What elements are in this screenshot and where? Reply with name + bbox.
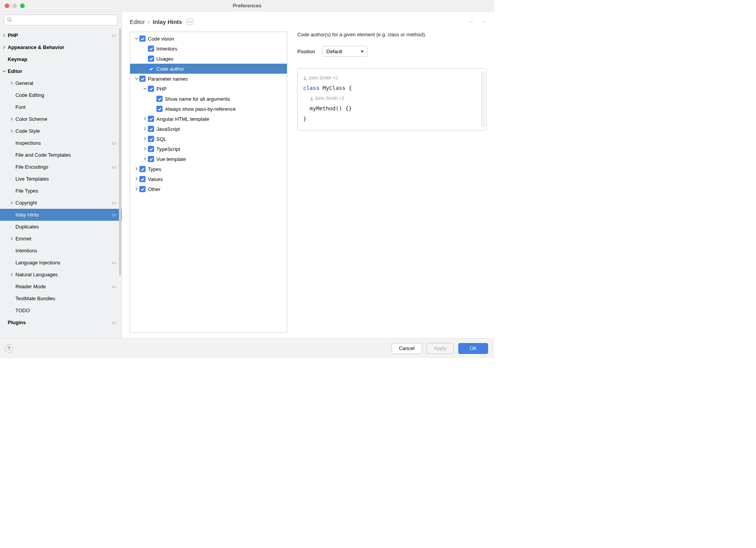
- checkbox[interactable]: [148, 66, 154, 72]
- tree-row[interactable]: Code vision: [130, 34, 287, 44]
- expand-toggle-icon[interactable]: [1, 33, 7, 38]
- tree-row[interactable]: SQL: [130, 134, 287, 144]
- tree-row[interactable]: Inheritors: [130, 44, 287, 54]
- tree-row[interactable]: TypeScript: [130, 144, 287, 154]
- sidebar-item[interactable]: Copyright▭: [0, 197, 122, 209]
- apply-button[interactable]: Apply: [427, 343, 454, 354]
- sidebar-item[interactable]: Reader Mode▭: [0, 281, 122, 293]
- expand-toggle-icon[interactable]: [142, 137, 148, 141]
- sidebar-item[interactable]: Emmet: [0, 233, 122, 245]
- sidebar-item[interactable]: Natural Languages: [0, 269, 122, 281]
- tree-row[interactable]: Code author: [130, 64, 287, 74]
- settings-scope-icon: ▭: [112, 212, 116, 218]
- close-window-icon[interactable]: [5, 3, 9, 8]
- minimize-window-icon[interactable]: [12, 3, 17, 8]
- sidebar-item[interactable]: TextMate Bundles: [0, 293, 122, 304]
- sidebar-item[interactable]: Color Scheme: [0, 113, 122, 125]
- checkbox[interactable]: [139, 76, 146, 82]
- back-button[interactable]: ←: [468, 18, 475, 26]
- tree-row-label: Types: [148, 166, 284, 172]
- expand-toggle-icon[interactable]: [142, 157, 148, 161]
- expand-toggle-icon[interactable]: [133, 167, 139, 171]
- tree-row[interactable]: Show name for all arguments: [130, 94, 287, 104]
- checkbox[interactable]: [148, 46, 154, 52]
- checkbox[interactable]: [148, 126, 154, 132]
- sidebar-item[interactable]: File Types: [0, 185, 122, 197]
- sidebar-item[interactable]: TODO: [0, 304, 122, 316]
- checkbox[interactable]: [156, 106, 163, 112]
- tree-row[interactable]: Other: [130, 184, 287, 194]
- checkbox[interactable]: [156, 96, 163, 102]
- expand-toggle-icon[interactable]: [1, 45, 7, 50]
- tree-row[interactable]: Angular HTML template: [130, 114, 287, 124]
- sidebar-item[interactable]: File Encodings▭: [0, 161, 122, 173]
- tree-row-label: TypeScript: [156, 146, 284, 152]
- sidebar-item[interactable]: Editor: [0, 65, 122, 77]
- tree-row[interactable]: PHP: [130, 84, 287, 94]
- expand-toggle-icon[interactable]: [133, 76, 139, 81]
- tree-row[interactable]: Values: [130, 174, 287, 184]
- sidebar-item-label: File and Code Templates: [15, 152, 117, 158]
- position-select[interactable]: Default: [322, 46, 368, 57]
- sidebar-item-label: TextMate Bundles: [15, 296, 117, 301]
- help-button[interactable]: ?: [5, 344, 13, 353]
- sidebar-item[interactable]: General: [0, 77, 122, 89]
- maximize-window-icon[interactable]: [20, 3, 25, 8]
- checkbox[interactable]: [139, 186, 146, 192]
- settings-scope-icon: ▭: [112, 200, 116, 206]
- sidebar-item[interactable]: PHP▭: [0, 29, 122, 41]
- sidebar-item[interactable]: Live Templates: [0, 173, 122, 185]
- tree-row[interactable]: Vue template: [130, 154, 287, 164]
- breadcrumb-parent[interactable]: Editor: [130, 19, 145, 25]
- sidebar-item[interactable]: Code Editing: [0, 89, 122, 101]
- tree-row[interactable]: JavaScript: [130, 124, 287, 134]
- checkbox[interactable]: [139, 176, 146, 182]
- expand-toggle-icon[interactable]: [142, 147, 148, 151]
- tree-row[interactable]: Usages: [130, 54, 287, 64]
- expand-toggle-icon[interactable]: [8, 237, 15, 241]
- expand-toggle-icon[interactable]: [133, 187, 139, 191]
- expand-toggle-icon[interactable]: [133, 177, 139, 181]
- expand-toggle-icon[interactable]: [1, 69, 7, 74]
- checkbox[interactable]: [139, 36, 146, 42]
- sidebar-item[interactable]: Font: [0, 101, 122, 113]
- checkbox[interactable]: [148, 86, 154, 92]
- sidebar-scrollbar[interactable]: [119, 29, 121, 276]
- sidebar-item[interactable]: Plugins▭: [0, 316, 122, 328]
- expand-toggle-icon[interactable]: [8, 117, 15, 122]
- checkbox[interactable]: [139, 166, 146, 172]
- tree-row[interactable]: Parameter names: [130, 74, 287, 84]
- sidebar-item[interactable]: Intentions: [0, 245, 122, 257]
- checkbox[interactable]: [148, 56, 154, 62]
- code-author-hint: John Smith +2: [308, 75, 338, 81]
- sidebar-item[interactable]: File and Code Templates: [0, 149, 122, 161]
- checkbox[interactable]: [148, 116, 154, 122]
- forward-button[interactable]: →: [480, 18, 486, 26]
- checkbox[interactable]: [148, 156, 154, 162]
- sidebar-item[interactable]: Duplicates: [0, 221, 122, 233]
- expand-toggle-icon[interactable]: [8, 272, 15, 277]
- sidebar-item[interactable]: Appearance & Behavior: [0, 41, 122, 53]
- expand-toggle-icon[interactable]: [142, 117, 148, 121]
- checkbox[interactable]: [148, 136, 154, 142]
- checkbox[interactable]: [148, 146, 154, 152]
- expand-toggle-icon[interactable]: [142, 127, 148, 131]
- sidebar-item[interactable]: Inspections▭: [0, 137, 122, 149]
- settings-scope-icon[interactable]: ▭: [186, 19, 193, 25]
- tree-row-label: PHP: [156, 86, 284, 92]
- tree-row[interactable]: Types: [130, 164, 287, 174]
- sidebar-item[interactable]: Inlay Hints▭: [0, 209, 122, 221]
- search-input[interactable]: [4, 15, 118, 25]
- expand-toggle-icon[interactable]: [8, 201, 15, 205]
- expand-toggle-icon[interactable]: [142, 86, 148, 91]
- expand-toggle-icon[interactable]: [8, 129, 15, 134]
- tree-row[interactable]: Always show pass-by-reference: [130, 104, 287, 114]
- preview-scrollbar[interactable]: [481, 72, 485, 127]
- ok-button[interactable]: OK: [458, 343, 488, 354]
- expand-toggle-icon[interactable]: [133, 36, 139, 41]
- sidebar-item[interactable]: Code Style: [0, 125, 122, 137]
- expand-toggle-icon[interactable]: [8, 81, 15, 86]
- sidebar-item[interactable]: Language Injections▭: [0, 257, 122, 269]
- sidebar-item[interactable]: Keymap: [0, 53, 122, 65]
- cancel-button[interactable]: Cancel: [392, 343, 422, 354]
